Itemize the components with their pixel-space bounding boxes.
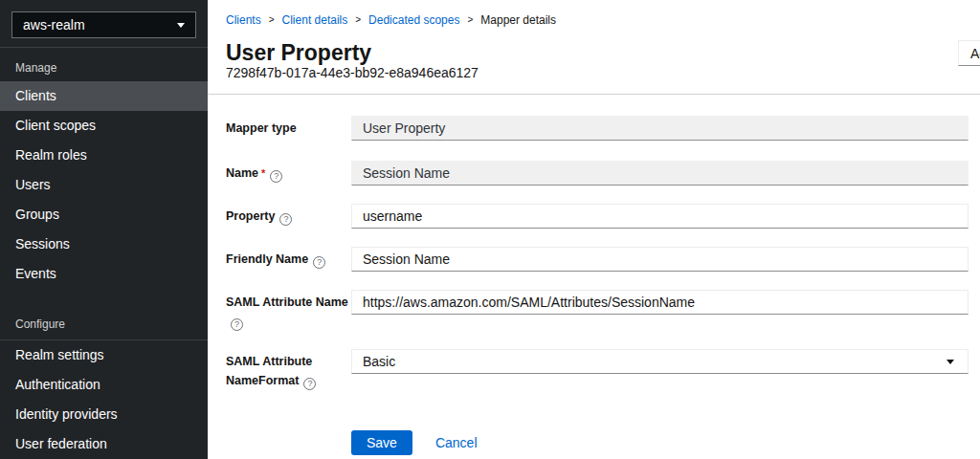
name-label: Name*? xyxy=(226,161,351,183)
sidebar-item-groups[interactable]: Groups xyxy=(0,200,208,230)
sidebar-item-events[interactable]: Events xyxy=(0,259,208,289)
save-button[interactable]: Save xyxy=(351,430,412,455)
breadcrumb-separator-icon: > xyxy=(269,12,275,28)
saml-attribute-name-label: SAML Attribute Name ? xyxy=(226,290,351,331)
breadcrumb-link-dedicated-scopes[interactable]: Dedicated scopes xyxy=(368,12,459,28)
property-label: Property? xyxy=(226,204,351,226)
nav-group-configure: Configure Realm settings Authentication … xyxy=(0,312,208,459)
caret-down-icon xyxy=(177,23,185,28)
mapper-type-input xyxy=(351,116,969,141)
sidebar-item-user-federation[interactable]: User federation xyxy=(0,429,208,459)
sidebar-item-realm-roles[interactable]: Realm roles xyxy=(0,141,208,170)
saml-nameformat-label: SAML Attribute NameFormat? xyxy=(226,349,351,390)
breadcrumb-separator-icon: > xyxy=(467,12,473,28)
form-actions: Save Cancel xyxy=(351,430,969,455)
page-subtitle: 7298f47b-017a-44e3-bb92-e8a946ea6127 xyxy=(226,66,969,80)
form-row-friendly-name: Friendly Name? xyxy=(226,247,969,272)
sidebar-item-client-scopes[interactable]: Client scopes xyxy=(0,111,208,141)
nav-items: Realm settings Authentication Identity p… xyxy=(0,339,208,459)
sidebar-item-identity-providers[interactable]: Identity providers xyxy=(0,400,208,429)
realm-selector-value: aws-realm xyxy=(23,17,85,33)
form-row-name: Name*? xyxy=(226,161,969,186)
mapper-type-label: Mapper type xyxy=(226,116,351,136)
content-header: Clients > Client details > Dedicated sco… xyxy=(208,0,980,80)
field-label-text: Name xyxy=(226,166,258,180)
help-icon: ? xyxy=(231,318,243,331)
mapper-form: Mapper type Name*? Property? Friendly Na… xyxy=(208,95,980,455)
breadcrumb-link-clients[interactable]: Clients xyxy=(226,12,261,28)
sidebar-nav: Manage Clients Client scopes Realm roles… xyxy=(0,48,208,459)
friendly-name-label: Friendly Name? xyxy=(226,247,351,269)
select-value: Basic xyxy=(363,354,395,369)
help-icon: ? xyxy=(303,378,316,390)
breadcrumb-separator-icon: > xyxy=(355,12,361,28)
help-icon: ? xyxy=(279,213,292,226)
name-input xyxy=(351,161,969,186)
cancel-link[interactable]: Cancel xyxy=(435,435,478,450)
breadcrumb-link-client-details[interactable]: Client details xyxy=(282,12,348,28)
breadcrumb-current: Mapper details xyxy=(480,12,556,28)
form-row-property: Property? xyxy=(226,204,969,229)
nav-group-manage: Manage Clients Client scopes Realm roles… xyxy=(0,55,208,289)
field-label-text: Friendly Name xyxy=(226,252,308,266)
breadcrumb: Clients > Client details > Dedicated sco… xyxy=(226,12,969,28)
field-label-text: SAML Attribute xyxy=(226,355,312,368)
form-row-saml-attribute-name: SAML Attribute Name ? xyxy=(226,290,969,331)
field-label-text: Property xyxy=(226,209,275,223)
sidebar-item-sessions[interactable]: Sessions xyxy=(0,230,208,259)
sidebar: aws-realm Manage Clients Client scopes R… xyxy=(0,0,208,459)
sidebar-item-realm-settings[interactable]: Realm settings xyxy=(0,340,208,370)
field-label-text: NameFormat xyxy=(226,374,299,387)
app-window: aws-realm Manage Clients Client scopes R… xyxy=(0,0,980,459)
nav-group-title: Configure xyxy=(0,312,208,338)
field-label-text: Mapper type xyxy=(226,121,297,135)
form-row-saml-nameformat: SAML Attribute NameFormat? Basic xyxy=(226,349,969,390)
main-content: Clients > Client details > Dedicated sco… xyxy=(208,0,980,459)
required-asterisk: * xyxy=(261,167,265,179)
saml-nameformat-select[interactable]: Basic xyxy=(351,349,969,374)
page-title: User Property xyxy=(226,40,969,65)
sidebar-item-users[interactable]: Users xyxy=(0,170,208,200)
help-icon: ? xyxy=(313,256,325,269)
nav-group-title: Manage xyxy=(0,55,208,81)
help-icon: ? xyxy=(270,170,282,183)
form-row-mapper-type: Mapper type xyxy=(226,116,969,141)
sidebar-item-authentication[interactable]: Authentication xyxy=(0,370,208,400)
saml-attribute-name-input[interactable] xyxy=(351,290,969,315)
caret-down-icon xyxy=(947,360,954,364)
property-input[interactable] xyxy=(351,204,969,229)
nav-items: Clients Client scopes Realm roles Users … xyxy=(0,81,208,289)
field-label-text: SAML Attribute Name xyxy=(226,295,348,309)
sidebar-item-clients[interactable]: Clients xyxy=(0,81,208,111)
realm-selector[interactable]: aws-realm xyxy=(11,11,196,38)
friendly-name-input[interactable] xyxy=(351,247,969,272)
action-menu-button[interactable]: Ac xyxy=(958,40,980,66)
